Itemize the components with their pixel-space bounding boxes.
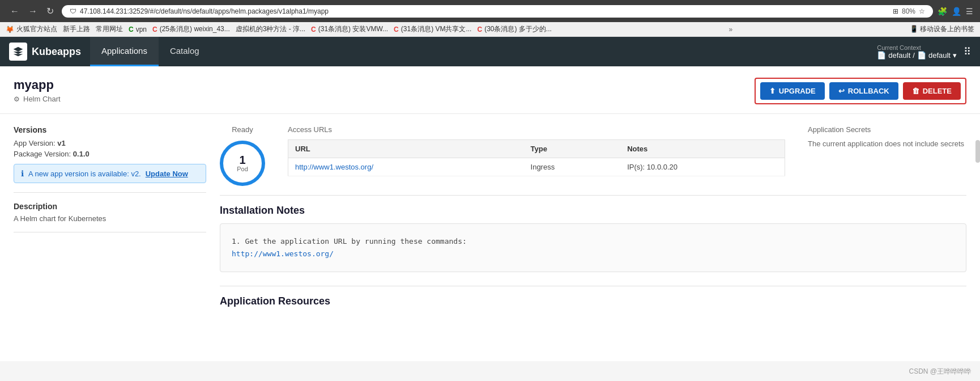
install-notes-box: 1. Get the application URL by running th… <box>220 223 966 272</box>
nav-items: Applications Catalog <box>90 37 211 66</box>
app-resources-title: Application Resources <box>220 295 966 307</box>
context-ns-icon: 📄 <box>877 51 886 60</box>
ready-label: Ready <box>220 125 265 134</box>
nav-applications[interactable]: Applications <box>90 37 159 66</box>
bookmark-weixin[interactable]: C (25条消息) weixin_43... <box>152 24 230 34</box>
divider-1 <box>14 192 206 193</box>
profile-icon: 👤 <box>952 7 961 16</box>
right-panel: Ready 1 Pod Access URLs URL Type <box>220 125 966 307</box>
divider-main <box>220 195 966 196</box>
col-notes: Notes <box>620 140 785 158</box>
app-logo: Kubeapps <box>0 43 90 61</box>
address-bar[interactable]: 🛡 47.108.144.231:32529/#/c/default/ns/de… <box>62 5 933 18</box>
context-ctx-icon: 📄 <box>917 51 926 60</box>
app-name: myapp <box>14 78 61 92</box>
ready-section: Ready 1 Pod <box>220 125 265 186</box>
package-version-row: Package Version: 0.1.0 <box>14 150 206 158</box>
app-title-section: myapp ⚙ Helm Chart <box>14 78 61 103</box>
secrets-title: Application Secrets <box>808 125 966 134</box>
forward-button[interactable]: → <box>25 5 41 18</box>
access-urls-title: Access URLs <box>288 125 785 134</box>
type-cell: Ingress <box>524 158 621 176</box>
upgrade-button[interactable]: ⬆ UPGRADE <box>760 82 825 100</box>
pod-label: Pod <box>237 166 248 172</box>
rollback-button[interactable]: ↩ ROLLBACK <box>829 82 898 100</box>
back-button[interactable]: ← <box>7 5 23 18</box>
header-actions: ⬆ UPGRADE ↩ ROLLBACK 🗑 DELETE <box>755 78 966 104</box>
delete-icon: 🗑 <box>912 87 919 95</box>
security-icon: 🛡 <box>70 7 76 15</box>
top-info-row: Ready 1 Pod Access URLs URL Type <box>220 125 966 186</box>
bookmark-firefox[interactable]: 🦊 火狐官方站点 <box>6 24 57 34</box>
update-banner: ℹ A new app version is available: v2. Up… <box>14 164 206 183</box>
info-icon: ℹ <box>21 169 24 178</box>
context-selector[interactable]: 📄 default / 📄 default ▾ <box>877 51 957 60</box>
description-title: Description <box>14 202 206 211</box>
pod-count: 1 <box>239 154 245 166</box>
bookmark-mobile[interactable]: 📱 移动设备上的书签 <box>910 24 974 34</box>
install-line1: 1. Get the application URL by running th… <box>232 235 955 248</box>
menu-icon[interactable]: ☰ <box>966 7 973 16</box>
description-text: A Helm chart for Kubernetes <box>14 214 206 223</box>
nav-catalog[interactable]: Catalog <box>159 37 211 66</box>
extensions-icon: 🧩 <box>938 7 947 16</box>
bookmark-icon-firefox: 🦊 <box>6 26 14 33</box>
versions-title: Versions <box>14 125 206 134</box>
col-url: URL <box>288 140 524 158</box>
installation-notes: Installation Notes 1. Get the applicatio… <box>220 205 966 272</box>
divider-resources <box>220 286 966 286</box>
main-content: myapp ⚙ Helm Chart ⬆ UPGRADE ↩ ROLLBACK … <box>0 66 980 361</box>
navbar-right: Current Context 📄 default / 📄 default ▾ … <box>877 44 980 60</box>
zoom-level: 80% <box>902 7 915 15</box>
grid-icon: ⊞ <box>893 7 898 15</box>
notes-cell: IP(s): 10.0.0.20 <box>620 158 785 176</box>
bookmark-vmshare[interactable]: C (31条消息) VM共享文... <box>394 24 471 34</box>
helm-icon: ⚙ <box>14 95 20 103</box>
bookmarks-overflow[interactable]: » <box>728 26 732 33</box>
url-table: URL Type Notes http://www1.westos.org/ I… <box>288 139 785 176</box>
update-now-link[interactable]: Update Now <box>146 170 188 178</box>
bookmark-vmw[interactable]: C (31条消息) 安装VMW... <box>311 24 388 34</box>
bookmark-icon[interactable]: ☆ <box>919 7 925 15</box>
app-version-row: App Version: v1 <box>14 139 206 147</box>
reload-button[interactable]: ↻ <box>43 5 57 18</box>
app-navbar: Kubeapps Applications Catalog Current Co… <box>0 37 980 66</box>
chevron-down-icon: ▾ <box>953 51 957 60</box>
logo-text: Kubeapps <box>32 46 81 58</box>
col-type: Type <box>524 140 621 158</box>
bookmark-newuser[interactable]: 新手上路 <box>63 24 90 34</box>
context-separator: / <box>913 51 915 60</box>
access-url-link[interactable]: http://www1.westos.org/ <box>295 163 373 171</box>
access-urls-section: Access URLs URL Type Notes <box>288 125 785 186</box>
install-notes-title: Installation Notes <box>220 205 966 217</box>
upgrade-icon: ⬆ <box>769 87 776 95</box>
bookmark-vpn[interactable]: C vpn <box>129 26 147 33</box>
url-text: 47.108.144.231:32529/#/c/default/ns/defa… <box>80 7 889 15</box>
bookmark-vm1[interactable]: 虚拟机的3种方法 - 淳... <box>236 24 305 34</box>
delete-button[interactable]: 🗑 DELETE <box>903 82 961 100</box>
left-panel: Versions App Version: v1 Package Version… <box>14 125 206 307</box>
bookmarks-bar: 🦊 火狐官方站点 新手上路 常用网址 C vpn C (25条消息) weixi… <box>0 22 980 37</box>
secrets-section: Application Secrets The current applicat… <box>808 125 966 186</box>
apps-grid-icon[interactable]: ⠿ <box>964 45 971 58</box>
app-header: myapp ⚙ Helm Chart ⬆ UPGRADE ↩ ROLLBACK … <box>0 66 980 114</box>
secrets-empty-text: The current application does not include… <box>808 139 966 148</box>
scrollbar[interactable] <box>975 140 980 163</box>
bookmark-common[interactable]: 常用网址 <box>96 24 123 34</box>
content-area: Versions App Version: v1 Package Version… <box>0 114 980 319</box>
kubeapps-svg <box>12 46 24 57</box>
rollback-icon: ↩ <box>838 87 845 95</box>
app-subtitle: ⚙ Helm Chart <box>14 95 61 103</box>
url-cell: http://www1.westos.org/ <box>288 158 524 176</box>
divider-2 <box>14 232 206 232</box>
logo-icon <box>9 43 27 61</box>
context-label: Current Context <box>877 44 957 51</box>
install-url-link[interactable]: http://www1.westos.org/ <box>232 249 334 258</box>
table-row: http://www1.westos.org/ Ingress IP(s): 1… <box>288 158 785 176</box>
pod-ring: 1 Pod <box>220 141 265 186</box>
bookmark-more[interactable]: C (30条消息) 多于少的... <box>477 24 551 34</box>
